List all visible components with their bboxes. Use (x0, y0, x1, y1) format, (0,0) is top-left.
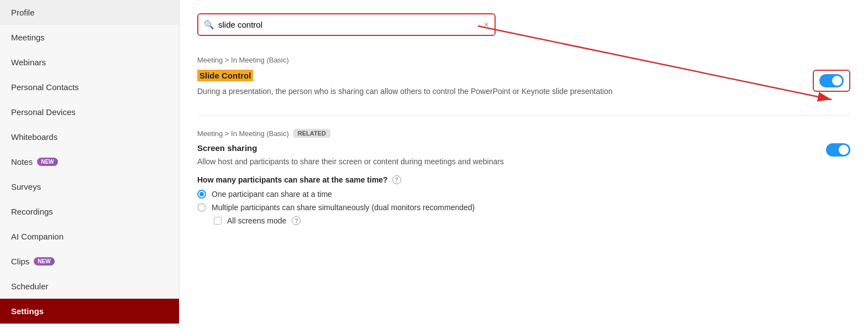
sidebar-item-clips[interactable]: ClipsNEW (0, 249, 179, 274)
slide-control-title: Slide Control (197, 70, 253, 81)
sidebar-item-profile[interactable]: Profile (0, 0, 179, 25)
sidebar: ProfileMeetingsWebinarsPersonal Contacts… (0, 0, 180, 328)
sidebar-badge-notes: NEW (37, 158, 57, 166)
slide-control-description: During a presentation, the person who is… (197, 86, 639, 97)
option-one-label: One participant can share at a time (212, 190, 332, 199)
slide-control-toggle[interactable] (819, 74, 844, 87)
screen-sharing-slider (826, 143, 850, 157)
breadcrumb-2: Meeting > In Meeting (Basic) RELATED (197, 129, 850, 138)
sidebar-item-personal-devices[interactable]: Personal Devices (0, 100, 179, 124)
sidebar-item-recordings[interactable]: Recordings (0, 199, 179, 224)
checkbox-all-screens[interactable] (214, 217, 222, 225)
related-badge: RELATED (293, 129, 330, 138)
sidebar-item-meetings[interactable]: Meetings (0, 25, 179, 50)
slide-control-slider (819, 74, 844, 87)
all-screens-question-icon[interactable]: ? (292, 216, 301, 225)
option-multiple-participants[interactable]: Multiple participants can share simultan… (197, 203, 813, 212)
sidebar-item-label-recordings: Recordings (11, 207, 53, 216)
main-content: 🔍 × Meeting > In Meeting (Basic) Slide C… (180, 0, 868, 328)
search-clear-button[interactable]: × (484, 20, 489, 30)
sidebar-item-label-notes: Notes (11, 157, 33, 166)
sidebar-item-label-personal-contacts: Personal Contacts (11, 82, 79, 92)
sidebar-item-ai-companion[interactable]: AI Companion (0, 224, 179, 249)
sidebar-item-webinars[interactable]: Webinars (0, 50, 179, 75)
radio-multiple-participants[interactable] (197, 203, 206, 212)
sidebar-item-label-personal-devices: Personal Devices (11, 107, 76, 117)
question-icon[interactable]: ? (392, 175, 401, 184)
sidebar-item-label-scheduler: Scheduler (11, 282, 49, 291)
divider-1 (197, 115, 850, 116)
sidebar-item-label-surveys: Surveys (11, 182, 41, 191)
sidebar-item-scheduler[interactable]: Scheduler (0, 274, 179, 299)
radio-one-participant[interactable] (197, 190, 206, 199)
sidebar-item-settings[interactable]: Settings (0, 299, 179, 324)
sidebar-item-notes[interactable]: NotesNEW (0, 149, 179, 174)
screen-sharing-section: Meeting > In Meeting (Basic) RELATED Scr… (197, 129, 850, 230)
breadcrumb-1: Meeting > In Meeting (Basic) (197, 56, 850, 64)
screen-sharing-toggle[interactable] (826, 143, 850, 157)
option-multiple-label: Multiple participants can share simultan… (212, 203, 475, 212)
participants-question: How many participants can share at the s… (197, 175, 813, 184)
sidebar-item-label-whiteboards: Whiteboards (11, 132, 57, 142)
sidebar-item-personal-contacts[interactable]: Personal Contacts (0, 75, 179, 100)
slide-control-section: Meeting > In Meeting (Basic) Slide Contr… (197, 56, 850, 97)
screen-sharing-row: Screen sharing Allow host and participan… (197, 143, 850, 230)
screen-sharing-content: Screen sharing Allow host and participan… (197, 143, 813, 230)
search-icon: 🔍 (204, 20, 214, 30)
sidebar-item-label-ai-companion: AI Companion (11, 232, 64, 241)
search-wrapper: 🔍 × (197, 13, 496, 36)
option-one-participant[interactable]: One participant can share at a time (197, 190, 813, 199)
screen-sharing-title: Screen sharing (197, 143, 813, 153)
slide-control-toggle-wrap (813, 70, 850, 92)
sidebar-item-whiteboards[interactable]: Whiteboards (0, 124, 179, 149)
sidebar-item-label-webinars: Webinars (11, 58, 46, 67)
screen-sharing-description: Allow host and participants to share the… (197, 156, 639, 168)
sidebar-badge-clips: NEW (34, 257, 54, 265)
sidebar-item-label-meetings: Meetings (11, 33, 45, 42)
sidebar-item-label-profile: Profile (11, 8, 35, 17)
screen-sharing-toggle-wrap (826, 143, 850, 157)
slide-control-row: Slide Control During a presentation, the… (197, 70, 850, 97)
sidebar-item-label-clips: Clips (11, 257, 29, 266)
option-all-screens[interactable]: All screens mode ? (214, 216, 813, 225)
sidebar-item-surveys[interactable]: Surveys (0, 174, 179, 199)
sidebar-item-label-settings: Settings (11, 306, 44, 316)
slide-control-content: Slide Control During a presentation, the… (197, 70, 799, 97)
option-all-screens-label: All screens mode (227, 216, 286, 225)
search-input[interactable] (198, 14, 495, 35)
participants-options: How many participants can share at the s… (197, 175, 813, 225)
